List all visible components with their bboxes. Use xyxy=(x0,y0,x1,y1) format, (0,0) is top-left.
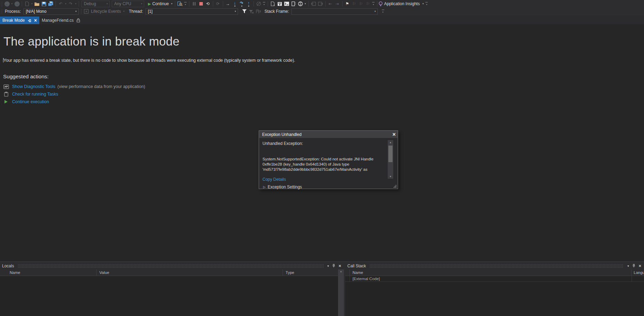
pin-icon[interactable] xyxy=(332,264,335,268)
toolbar-overflow-button[interactable]: ▾ xyxy=(381,8,385,15)
navigate-backward-code-button[interactable] xyxy=(310,0,317,7)
continue-button[interactable]: ▶ Continue ▾ xyxy=(148,0,174,7)
show-diagnostic-tools-link[interactable]: Show Diagnostic Tools xyxy=(12,84,56,89)
locals-column-name[interactable]: Name xyxy=(0,269,97,276)
step-into-button[interactable]: ↓ xyxy=(231,0,238,7)
solution-configuration-caret-icon: ▾ xyxy=(106,0,109,7)
previous-bookmark-button[interactable]: ⚐ xyxy=(351,0,358,7)
toolbar-overflow-button[interactable]: ▾ xyxy=(425,0,429,7)
reset-filter-button[interactable] xyxy=(248,8,255,15)
locals-scrollbar[interactable]: ▲ xyxy=(338,269,344,316)
redo-button[interactable]: ↷ xyxy=(67,0,74,7)
call-stack-row-external-code[interactable]: [External Code] xyxy=(345,276,644,282)
step-over-button[interactable]: ↷ xyxy=(238,0,245,7)
pause-button[interactable] xyxy=(191,0,198,7)
check-running-tasks-link[interactable]: Check for running Tasks xyxy=(12,92,58,97)
toolbar-overflow-button[interactable]: ▾ xyxy=(184,0,188,7)
scroll-up-icon[interactable]: ▲ xyxy=(388,141,393,144)
step-out-button[interactable]: ↑ xyxy=(245,0,252,7)
add-item-button[interactable] xyxy=(269,0,276,7)
application-insights-button[interactable]: Application Insights ▾ xyxy=(379,0,425,7)
toolbar-overflow-button[interactable]: ▾ xyxy=(371,0,376,7)
continue-execution-link[interactable]: Continue execution xyxy=(12,99,49,104)
panel-drag-texture[interactable] xyxy=(369,264,624,268)
exception-settings-expander[interactable]: ▷ Exception Settings xyxy=(263,185,302,189)
call-stack-grid-body[interactable]: [External Code] xyxy=(345,276,644,316)
breakpoints-button[interactable] xyxy=(255,0,262,7)
solution-configuration-combobox[interactable]: Debug ▾ xyxy=(81,1,110,7)
toolbar-drag-grip[interactable] xyxy=(1,9,2,14)
filter-threads-button[interactable] xyxy=(241,8,248,15)
scroll-down-icon[interactable]: ▼ xyxy=(388,175,393,178)
call-stack-title-bar[interactable]: Call Stack ▾ × xyxy=(345,262,644,269)
pin-icon[interactable] xyxy=(28,19,31,22)
pin-icon[interactable] xyxy=(632,264,635,268)
locals-grid-body[interactable] xyxy=(0,276,344,316)
call-stack-gutter xyxy=(345,269,350,276)
application-insights-dropdown[interactable]: ▾ xyxy=(422,0,425,7)
close-dialog-icon[interactable]: × xyxy=(393,132,396,137)
stack-frame-combobox[interactable]: ▾ xyxy=(291,8,378,15)
archive-manager-button[interactable] xyxy=(276,0,283,7)
flagged-threads-button[interactable] xyxy=(255,8,262,15)
redo-dropdown[interactable]: ▾ xyxy=(74,0,77,7)
toggle-bookmark-button[interactable]: ⚑ xyxy=(344,0,351,7)
sdk-manager-button[interactable] xyxy=(297,0,304,7)
scrollbar-thumb[interactable] xyxy=(388,146,393,162)
undo-dropdown[interactable]: ▾ xyxy=(64,0,67,7)
action-continue-execution[interactable]: Continue execution xyxy=(3,99,49,105)
locals-title-bar[interactable]: Locals ▾ × xyxy=(0,262,344,269)
navigate-back-button[interactable]: ← xyxy=(3,0,10,7)
exception-message-scrollbar[interactable]: ▲ ▼ xyxy=(388,140,393,179)
call-stack-column-language[interactable]: Language xyxy=(632,269,644,276)
restart-button[interactable]: ⟲ xyxy=(205,0,211,7)
close-tab-icon[interactable]: × xyxy=(34,18,37,23)
console-button[interactable] xyxy=(283,0,290,7)
tab-managefriend-cs[interactable]: ManageFriend.cs xyxy=(39,17,82,24)
show-next-statement-button[interactable]: → xyxy=(225,0,231,7)
dialog-resize-grip[interactable] xyxy=(396,187,396,188)
next-bookmark-button[interactable]: ⚐ xyxy=(358,0,365,7)
process-combobox[interactable]: [N/A] Mono ▾ xyxy=(23,8,79,15)
new-file-dropdown[interactable]: ▾ xyxy=(30,0,33,7)
attach-to-process-button[interactable] xyxy=(177,0,184,7)
apply-code-changes-button[interactable]: ⟳ xyxy=(215,0,221,7)
locals-column-value[interactable]: Value xyxy=(97,269,283,276)
navigate-forward-button[interactable]: → xyxy=(13,0,20,7)
thread-combobox[interactable]: [1] ▾ xyxy=(146,8,238,15)
stop-debugging-button[interactable] xyxy=(198,0,205,7)
continue-dropdown[interactable]: ▾ xyxy=(170,0,174,7)
save-button[interactable] xyxy=(40,0,47,7)
solution-configuration-value: Debug xyxy=(84,1,104,6)
action-show-diagnostic-tools[interactable]: Show Diagnostic Tools (view performance … xyxy=(3,83,145,90)
tab-break-mode[interactable]: Break Mode × xyxy=(0,17,39,24)
save-all-button[interactable] xyxy=(47,0,54,7)
increase-indent-button[interactable]: ⇥ xyxy=(334,0,341,7)
clear-bookmarks-button[interactable]: ⚐ xyxy=(365,0,371,7)
copy-details-link[interactable]: Copy Details xyxy=(262,177,286,182)
close-panel-icon[interactable]: × xyxy=(638,263,641,268)
close-panel-icon[interactable]: × xyxy=(338,263,341,268)
device-dropdown[interactable]: ▾ xyxy=(304,0,307,7)
undo-button[interactable]: ↶ xyxy=(57,0,64,7)
decrease-indent-button[interactable]: ⇤ xyxy=(327,0,334,7)
device-log-button[interactable] xyxy=(290,0,297,7)
exception-dialog-title-bar[interactable]: Exception Unhandled × xyxy=(259,131,398,138)
navigate-forward-code-button[interactable] xyxy=(317,0,324,7)
toolbar-overflow-button[interactable]: ▾ xyxy=(262,0,266,7)
lifecycle-events-button[interactable] xyxy=(83,8,90,15)
open-file-button[interactable] xyxy=(33,0,40,7)
new-file-button[interactable] xyxy=(23,0,30,7)
solution-platform-combobox[interactable]: Any CPU ▾ xyxy=(112,1,144,7)
scroll-up-icon[interactable]: ▲ xyxy=(338,270,344,273)
window-position-dropdown-icon[interactable]: ▾ xyxy=(327,264,329,268)
call-stack-column-name[interactable]: Name xyxy=(350,269,632,276)
lifecycle-events-icon xyxy=(84,9,89,14)
action-check-running-tasks[interactable]: Check for running Tasks xyxy=(3,91,58,97)
navigate-back-dropdown[interactable]: ▾ xyxy=(10,0,13,7)
locals-column-type[interactable]: Type xyxy=(283,269,344,276)
window-position-dropdown-icon[interactable]: ▾ xyxy=(627,264,629,268)
lifecycle-events-dropdown[interactable]: ▾ xyxy=(122,8,125,15)
panel-drag-texture[interactable] xyxy=(18,264,324,268)
toolbar-drag-grip[interactable] xyxy=(1,1,2,7)
